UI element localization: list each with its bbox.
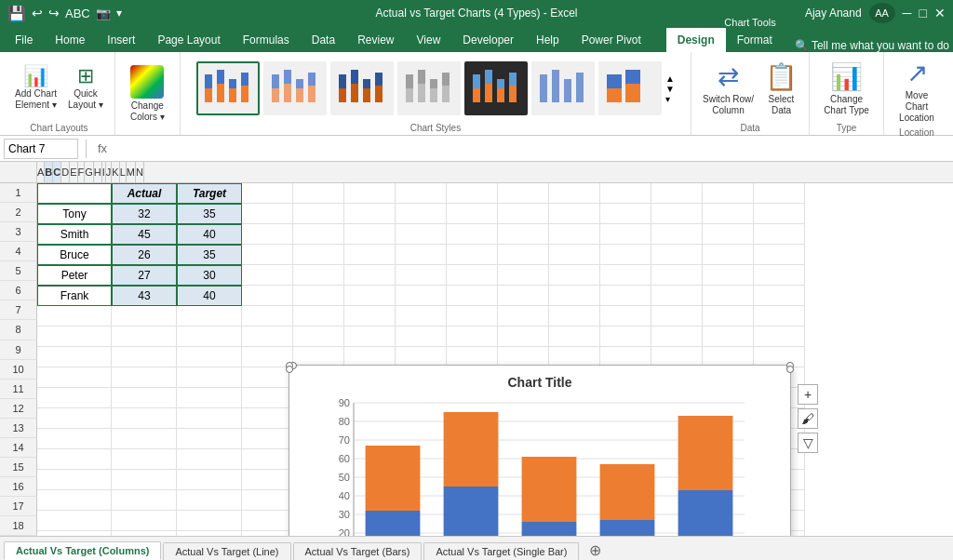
cell-r11-cA[interactable] [37,388,112,408]
cell-r2-cK[interactable] [600,204,651,224]
cell-r2-cA[interactable]: Tony [37,204,112,224]
add-sheet-btn[interactable]: ⊕ [584,540,605,560]
col-header-d[interactable]: D [61,162,70,182]
cell-r15-cC[interactable] [177,470,242,490]
cell-r5-cG[interactable] [396,265,447,286]
cell-r4-cD[interactable] [242,245,293,265]
cell-r3-cA[interactable]: Smith [37,224,112,245]
tab-home[interactable]: Home [44,28,96,52]
cell-r1-cA[interactable] [37,183,112,204]
cell-r3-cC[interactable]: 40 [177,224,242,245]
tab-insert[interactable]: Insert [96,28,146,52]
ribbon-tabs[interactable]: File Home Insert Page Layout Formulas Da… [0,26,953,52]
cell-r6-cD[interactable] [242,286,293,306]
cell-r13-cB[interactable] [112,429,177,449]
cell-r18-cB[interactable] [112,531,177,536]
cell-r15-cA[interactable] [37,470,112,490]
chart-area[interactable]: Chart Title 0102030405060708090TonySmith… [289,365,791,536]
cell-r7-cI[interactable] [498,306,549,327]
col-header-a[interactable]: A [37,162,45,182]
cell-r5-cE[interactable] [293,265,344,286]
close-btn[interactable]: ✕ [934,6,946,20]
cell-r3-cI[interactable] [498,224,549,245]
cell-r12-cD[interactable] [242,408,293,429]
cell-r5-cF[interactable] [344,265,396,286]
cell-r4-cL[interactable] [651,245,703,265]
cell-r8-cD[interactable] [242,327,293,347]
cell-r2-cF[interactable] [344,204,396,224]
cell-r7-cF[interactable] [344,306,396,327]
sheet-tab-columns[interactable]: Actual Vs Target (Columns) [4,541,161,560]
change-colors-btn[interactable]: ChangeColors ▾ [127,63,168,125]
cell-r6-cH[interactable] [447,286,498,306]
tab-power-pivot[interactable]: Power Pivot [570,28,652,52]
cell-r12-cA[interactable] [37,408,112,429]
tab-page-layout[interactable]: Page Layout [146,28,231,52]
sheet-tab-single-bar[interactable]: Actual Vs Target (Single Bar) [423,542,579,560]
cell-r16-cA[interactable] [37,490,112,511]
cell-r12-cC[interactable] [177,408,242,429]
col-header-e[interactable]: E [70,162,77,182]
cell-r8-cN[interactable] [754,327,805,347]
cell-r17-cC[interactable] [177,511,242,531]
chart-style-2[interactable] [263,61,327,115]
cell-r16-cC[interactable] [177,490,242,511]
cell-r18-cC[interactable] [177,531,242,536]
cell-r5-cK[interactable] [600,265,651,286]
cell-r6-cL[interactable] [651,286,703,306]
cell-r17-cA[interactable] [37,511,112,531]
cell-r17-cB[interactable] [112,511,177,531]
cell-r3-cN[interactable] [754,224,805,245]
chart-style-3[interactable] [330,61,394,115]
tab-format[interactable]: Format [726,28,784,52]
quick-access-toolbar[interactable]: 💾 ↩ ↪ ABC 📷 ▾ [7,5,122,22]
cell-r1-cC[interactable]: Target [177,183,242,204]
cell-r8-cG[interactable] [396,327,447,347]
cell-r4-cC[interactable]: 35 [177,245,242,265]
cell-r2-cD[interactable] [242,204,293,224]
cell-r8-cK[interactable] [600,327,651,347]
cell-r4-cB[interactable]: 26 [112,245,177,265]
cell-r12-cB[interactable] [112,408,177,429]
cell-r4-cF[interactable] [344,245,396,265]
formula-input[interactable] [114,147,949,151]
chart-style-7[interactable] [598,61,662,115]
col-header-g[interactable]: G [85,162,94,182]
cell-r2-cL[interactable] [651,204,703,224]
chart-style-6[interactable] [531,61,595,115]
cell-r15-cB[interactable] [112,470,177,490]
cell-r5-cM[interactable] [703,265,754,286]
cell-r3-cH[interactable] [447,224,498,245]
col-header-c[interactable]: C [53,162,61,182]
tab-help[interactable]: Help [525,28,570,52]
cell-r5-cC[interactable]: 30 [177,265,242,286]
cell-r7-cL[interactable] [651,306,703,327]
cell-r3-cJ[interactable] [549,224,600,245]
cell-r11-cD[interactable] [242,388,293,408]
cell-r6-cJ[interactable] [549,286,600,306]
gallery-scroll[interactable]: ▲ ▼ ▾ [665,73,675,104]
cell-r2-cH[interactable] [447,204,498,224]
col-header-m[interactable]: M [127,162,136,182]
cell-r6-cC[interactable]: 40 [177,286,242,306]
quick-layout-btn[interactable]: ⊞ QuickLayout ▾ [64,64,107,113]
cell-r4-cJ[interactable] [549,245,600,265]
cell-r8-cH[interactable] [447,327,498,347]
minimize-btn[interactable]: ─ [903,6,912,20]
cell-r6-cM[interactable] [703,286,754,306]
cell-r7-cE[interactable] [293,306,344,327]
chart-style-1[interactable] [196,61,260,115]
cell-r16-cB[interactable] [112,490,177,511]
cell-r14-cB[interactable] [112,449,177,470]
change-chart-type-btn[interactable]: 📊 ChangeChart Type [820,60,873,118]
cell-r6-cB[interactable]: 43 [112,286,177,306]
cell-r8-cC[interactable] [177,327,242,347]
cell-r1-cH[interactable] [447,183,498,204]
cell-r14-cA[interactable] [37,449,112,470]
cell-r1-cF[interactable] [344,183,396,204]
cell-r9-cB[interactable] [112,347,177,367]
cell-r7-cN[interactable] [754,306,805,327]
cell-r3-cD[interactable] [242,224,293,245]
cell-r10-cA[interactable] [37,367,112,388]
cell-r9-cA[interactable] [37,347,112,367]
